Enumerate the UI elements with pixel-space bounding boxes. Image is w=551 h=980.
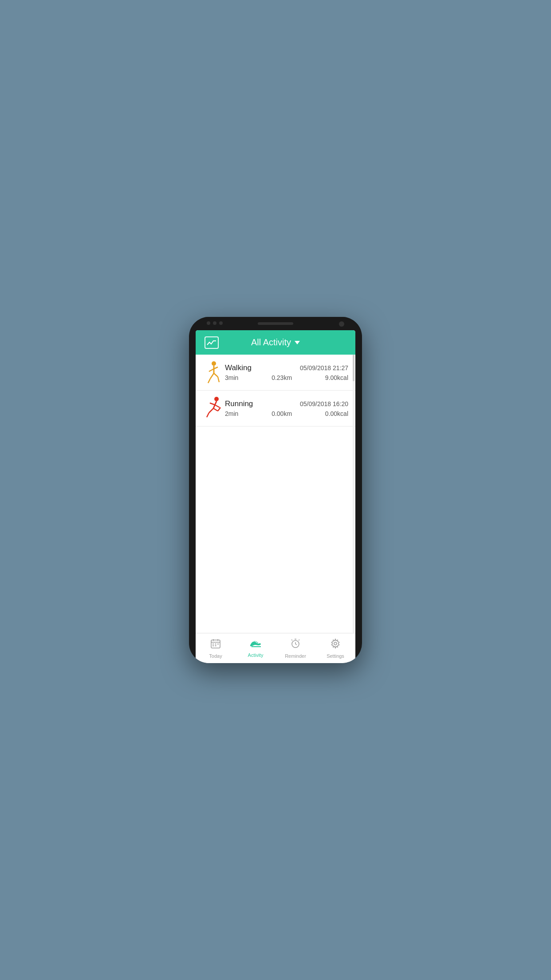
running-date: 05/09/2018 16:20 (300, 400, 348, 407)
walking-details: Walking 05/09/2018 21:27 3min 0.23km 9.0… (225, 364, 348, 381)
svg-line-30 (295, 644, 297, 645)
walking-date: 05/09/2018 21:27 (300, 364, 348, 371)
walking-calories: 9.00kcal (325, 374, 348, 381)
svg-line-13 (207, 413, 209, 417)
settings-label: Settings (327, 653, 344, 659)
camera-dots (207, 321, 223, 325)
svg-line-27 (257, 642, 258, 643)
svg-line-2 (209, 369, 214, 371)
phone-frame: All Activity (189, 317, 362, 663)
nav-today[interactable]: Today (196, 633, 236, 663)
svg-line-4 (210, 373, 214, 379)
svg-line-32 (299, 640, 299, 640)
calendar-icon (210, 638, 221, 652)
svg-line-6 (214, 373, 218, 377)
scrollbar-track (353, 355, 354, 633)
walking-label: Walking (225, 364, 252, 372)
svg-rect-24 (215, 645, 216, 646)
svg-line-15 (218, 407, 220, 411)
svg-point-0 (212, 361, 216, 366)
gear-icon (330, 638, 341, 652)
walking-duration: 3min (225, 374, 238, 381)
svg-rect-20 (213, 644, 214, 644)
walking-distance: 0.23km (272, 374, 292, 381)
svg-line-14 (213, 408, 218, 411)
shoe-icon (249, 639, 262, 651)
speaker (258, 322, 293, 325)
svg-line-25 (255, 641, 255, 642)
reminder-label: Reminder (285, 653, 306, 659)
header-title[interactable]: All Activity (251, 337, 300, 348)
bottom-nav: Today Activity (196, 633, 355, 663)
phone-screen: All Activity (196, 330, 355, 663)
activity-label: Activity (248, 652, 264, 658)
svg-line-11 (215, 405, 220, 407)
running-distance: 0.00km (272, 410, 292, 417)
svg-rect-22 (217, 644, 219, 644)
activity-item-running[interactable]: Running 05/09/2018 16:20 2min 0.00km 0.0… (196, 391, 355, 427)
svg-rect-21 (215, 644, 216, 644)
nav-activity[interactable]: Activity (236, 633, 276, 663)
running-icon (203, 397, 225, 420)
header: All Activity (196, 330, 355, 355)
activity-item-walking[interactable]: Walking 05/09/2018 21:27 3min 0.23km 9.0… (196, 355, 355, 391)
svg-line-5 (208, 379, 210, 383)
today-label: Today (209, 653, 222, 659)
nav-reminder[interactable]: Reminder (276, 633, 315, 663)
running-duration: 2min (225, 410, 238, 417)
running-calories: 0.00kcal (325, 410, 348, 417)
nav-settings[interactable]: Settings (315, 633, 355, 663)
running-details: Running 05/09/2018 16:20 2min 0.00km 0.0… (225, 399, 348, 417)
scrollbar-thumb[interactable] (353, 355, 354, 381)
svg-line-7 (218, 377, 219, 382)
activity-list: Walking 05/09/2018 21:27 3min 0.23km 9.0… (196, 355, 355, 633)
dropdown-arrow-icon (295, 341, 300, 344)
header-title-text: All Activity (251, 337, 291, 348)
alarm-icon (290, 638, 301, 652)
svg-line-31 (291, 640, 292, 640)
svg-line-10 (210, 403, 215, 405)
front-camera (339, 321, 344, 327)
running-label: Running (225, 399, 253, 408)
walking-icon (203, 361, 225, 384)
chart-icon (205, 336, 219, 349)
svg-line-26 (256, 641, 256, 643)
svg-rect-23 (213, 645, 214, 646)
svg-point-34 (334, 642, 337, 645)
svg-point-8 (214, 397, 219, 401)
svg-line-12 (209, 408, 213, 413)
